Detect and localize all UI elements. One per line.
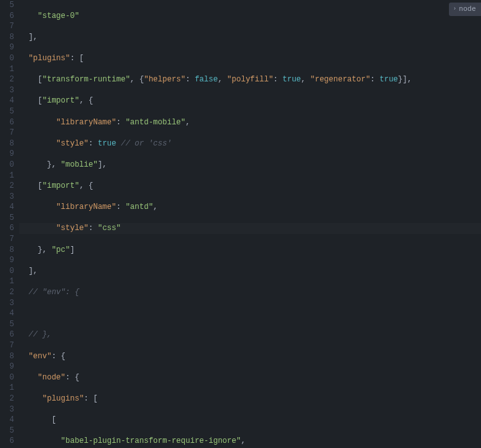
line-number: 8 (0, 32, 14, 43)
line-number: 9 (0, 149, 14, 160)
line-number: 6 (0, 436, 14, 447)
line-number: 6 (0, 223, 14, 234)
line-number: 7 (0, 340, 14, 351)
line-number: 0 (0, 266, 14, 277)
line-number: 1 (0, 383, 14, 394)
line-number: 2 (0, 394, 14, 404)
line-number: 6 (0, 11, 14, 22)
line-number: 4 (0, 202, 14, 213)
line-number: 1 (0, 64, 14, 75)
line-number: 5 (0, 106, 14, 117)
line-number: 3 (0, 85, 14, 96)
line-number: 0 (0, 53, 14, 64)
line-number: 7 (0, 21, 14, 32)
line-number: 0 (0, 372, 14, 383)
line-number: 8 (0, 351, 14, 362)
line-number: 2 (0, 287, 14, 298)
line-number: 5 (0, 426, 14, 436)
line-number: 5 (0, 319, 14, 330)
code-editor[interactable]: 5678901234567890123456789012345678901234… (0, 0, 481, 448)
line-number: 9 (0, 361, 14, 372)
line-number: 4 (0, 95, 14, 106)
line-number: 6 (0, 117, 14, 128)
line-number: 7 (0, 234, 14, 245)
line-number: 4 (0, 308, 14, 319)
line-number: 8 (0, 138, 14, 149)
line-number: 0 (0, 160, 14, 170)
line-number: 6 (0, 329, 14, 340)
line-number: 1 (0, 170, 14, 181)
line-number: 2 (0, 181, 14, 192)
line-number: 3 (0, 298, 14, 309)
line-number: 5 (0, 213, 14, 224)
code-area[interactable]: "stage-0" ], "plugins": [ ["transform-ru… (19, 0, 481, 448)
line-number: 9 (0, 255, 14, 266)
line-number: 4 (0, 415, 14, 426)
line-number: 8 (0, 245, 14, 256)
line-number: 3 (0, 404, 14, 415)
line-number: 9 (0, 42, 14, 53)
line-number: 7 (0, 128, 14, 138)
line-number: 3 (0, 192, 14, 203)
line-number: 2 (0, 74, 14, 85)
line-number: 1 (0, 276, 14, 287)
line-number-gutter: 5678901234567890123456789012345678901234… (0, 0, 19, 448)
line-number: 5 (0, 0, 14, 11)
